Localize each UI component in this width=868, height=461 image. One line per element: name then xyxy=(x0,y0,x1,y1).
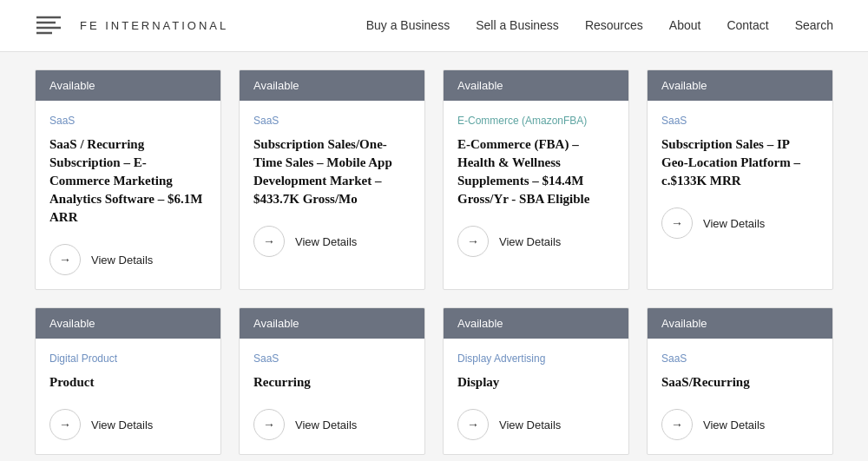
card-action: → View Details xyxy=(253,226,411,257)
card-title: Recurring xyxy=(253,373,411,392)
arrow-icon: → xyxy=(467,418,479,431)
card-title: SaaS / Recurring Subscription – E-Commer… xyxy=(49,135,207,227)
logo[interactable]: FE INTERNATIONAL xyxy=(35,10,228,42)
view-details-arrow-button[interactable]: → xyxy=(661,207,693,239)
card-badge: Available xyxy=(240,70,424,101)
card-title: Subscription Sales/One-Time Sales – Mobi… xyxy=(253,135,411,208)
card-grid-row-1: Available SaaS SaaS / Recurring Subscrip… xyxy=(35,69,833,290)
card-body: SaaS SaaS/Recurring → View Details xyxy=(648,339,832,454)
card-body: SaaS Subscription Sales – IP Geo-Locatio… xyxy=(648,101,832,253)
card-title: Display xyxy=(457,373,615,392)
card-badge: Available xyxy=(36,308,220,339)
card-category: SaaS xyxy=(661,115,819,127)
card-title: Product xyxy=(49,373,207,392)
card-category: SaaS xyxy=(49,115,207,127)
logo-icon xyxy=(35,10,71,42)
card-0-0: Available SaaS SaaS / Recurring Subscrip… xyxy=(35,69,221,290)
card-title: E-Commerce (FBA) – Health & Wellness Sup… xyxy=(457,135,615,208)
arrow-icon: → xyxy=(59,253,71,267)
logo-text: FE INTERNATIONAL xyxy=(80,19,228,32)
arrow-icon: → xyxy=(59,418,71,431)
view-details-label: View Details xyxy=(703,217,765,230)
card-category: E-Commerce (AmazonFBA) xyxy=(457,115,615,127)
card-category: SaaS xyxy=(253,115,411,127)
nav-resources[interactable]: Resources xyxy=(585,18,643,32)
view-details-arrow-button[interactable]: → xyxy=(457,226,489,257)
navbar: FE INTERNATIONAL Buy a Business Sell a B… xyxy=(0,0,868,52)
view-details-label: View Details xyxy=(499,235,561,248)
card-body: Digital Product Product → View Details xyxy=(36,339,220,454)
view-details-label: View Details xyxy=(91,418,153,431)
card-badge: Available xyxy=(444,70,628,101)
view-details-arrow-button[interactable]: → xyxy=(253,226,285,257)
card-category: Display Advertising xyxy=(457,352,615,365)
card-0-2: Available E-Commerce (AmazonFBA) E-Comme… xyxy=(443,69,629,290)
card-grid-row-2: Available Digital Product Product → View… xyxy=(35,307,833,455)
card-action: → View Details xyxy=(49,409,207,440)
arrow-icon: → xyxy=(467,234,479,248)
card-title: SaaS/Recurring xyxy=(661,373,819,392)
card-category: Digital Product xyxy=(49,352,207,365)
card-badge: Available xyxy=(240,308,424,339)
card-0-1: Available SaaS Subscription Sales/One-Ti… xyxy=(239,69,425,290)
nav-search[interactable]: Search xyxy=(795,18,833,32)
arrow-icon: → xyxy=(263,418,275,431)
card-1-2: Available Display Advertising Display → … xyxy=(443,307,629,455)
view-details-label: View Details xyxy=(295,418,357,431)
card-action: → View Details xyxy=(661,207,819,239)
card-badge: Available xyxy=(648,70,832,101)
card-badge: Available xyxy=(648,308,832,339)
arrow-icon: → xyxy=(263,234,275,248)
nav-contact[interactable]: Contact xyxy=(727,18,768,32)
view-details-label: View Details xyxy=(703,418,765,431)
card-1-3: Available SaaS SaaS/Recurring → View Det… xyxy=(647,307,833,455)
view-details-label: View Details xyxy=(91,254,153,267)
card-title: Subscription Sales – IP Geo-Location Pla… xyxy=(661,135,819,190)
view-details-arrow-button[interactable]: → xyxy=(253,409,285,440)
nav-buy-a-business[interactable]: Buy a Business xyxy=(366,18,450,32)
card-body: Display Advertising Display → View Detai… xyxy=(444,339,628,454)
main-content: Available SaaS SaaS / Recurring Subscrip… xyxy=(0,52,868,461)
card-action: → View Details xyxy=(661,409,819,440)
card-0-3: Available SaaS Subscription Sales – IP G… xyxy=(647,69,833,290)
card-category: SaaS xyxy=(661,352,819,365)
nav-links: Buy a Business Sell a Business Resources… xyxy=(366,18,833,33)
card-action: → View Details xyxy=(253,409,411,440)
card-action: → View Details xyxy=(457,226,615,257)
view-details-label: View Details xyxy=(499,418,561,431)
nav-sell-a-business[interactable]: Sell a Business xyxy=(476,18,559,32)
card-action: → View Details xyxy=(49,244,207,275)
card-body: E-Commerce (AmazonFBA) E-Commerce (FBA) … xyxy=(444,101,628,271)
card-category: SaaS xyxy=(253,352,411,365)
card-1-0: Available Digital Product Product → View… xyxy=(35,307,221,455)
arrow-icon: → xyxy=(671,216,683,230)
card-badge: Available xyxy=(444,308,628,339)
view-details-arrow-button[interactable]: → xyxy=(661,409,693,440)
view-details-arrow-button[interactable]: → xyxy=(457,409,489,440)
view-details-label: View Details xyxy=(295,235,357,248)
card-1-1: Available SaaS Recurring → View Details xyxy=(239,307,425,455)
nav-about[interactable]: About xyxy=(669,18,701,32)
arrow-icon: → xyxy=(671,418,683,431)
view-details-arrow-button[interactable]: → xyxy=(49,244,81,275)
card-body: SaaS SaaS / Recurring Subscription – E-C… xyxy=(36,101,220,289)
view-details-arrow-button[interactable]: → xyxy=(49,409,81,440)
card-action: → View Details xyxy=(457,409,615,440)
card-badge: Available xyxy=(36,70,220,101)
card-body: SaaS Recurring → View Details xyxy=(240,339,424,454)
card-body: SaaS Subscription Sales/One-Time Sales –… xyxy=(240,101,424,271)
